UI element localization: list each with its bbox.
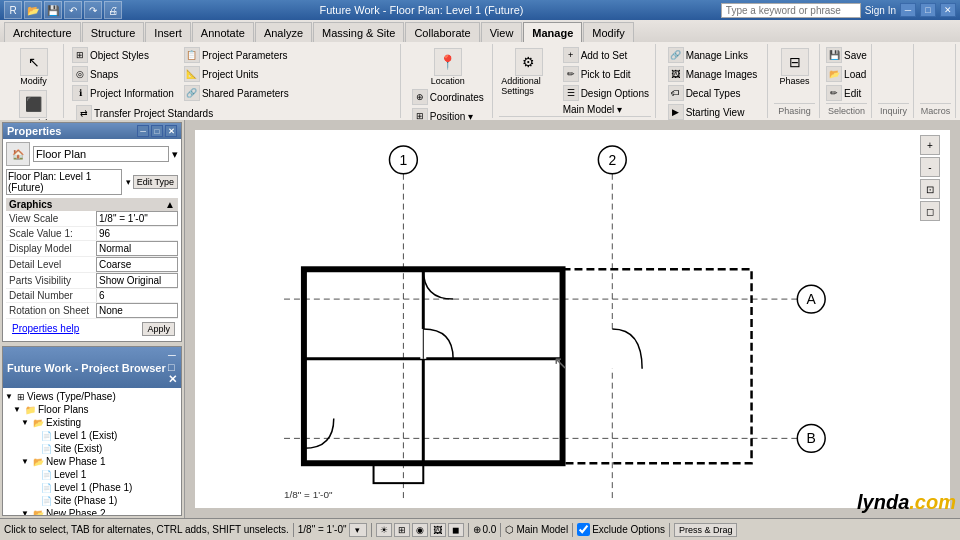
- view-cube-btn[interactable]: ◻: [920, 201, 940, 221]
- tree-item[interactable]: 📄Level 1 (Exist): [5, 429, 179, 442]
- design-options-btn[interactable]: ☰ Design Options: [561, 84, 651, 102]
- detail-level-row: Detail Level Coarse: [6, 257, 178, 273]
- undo-btn[interactable]: ↶: [64, 1, 82, 19]
- ribbon-content: ↖ Modify ⬛ Materials Select ⊞ Object Sty…: [0, 42, 960, 120]
- sun-icon[interactable]: ☀: [376, 523, 392, 537]
- zoom-out-btn[interactable]: -: [920, 157, 940, 177]
- tab-structure[interactable]: Structure: [82, 22, 145, 42]
- view-dropdown[interactable]: Floor Plan: Level 1 (Future): [6, 169, 122, 195]
- tree-item[interactable]: 📄Site (Exist): [5, 442, 179, 455]
- maximize-btn[interactable]: □: [920, 3, 936, 17]
- prop-type-arrow: ▾: [172, 148, 178, 161]
- redo-btn[interactable]: ↷: [84, 1, 102, 19]
- tree-item[interactable]: ▼📂Existing: [5, 416, 179, 429]
- project-units-btn[interactable]: 📐 Project Units: [182, 65, 291, 83]
- scale-dropdown[interactable]: ▾: [349, 523, 367, 537]
- panel-expand-btn[interactable]: □: [151, 125, 163, 137]
- svg-text:2: 2: [608, 152, 616, 168]
- manage-links-btn[interactable]: 🔗 Manage Links: [666, 46, 760, 64]
- location-label: Location: [431, 76, 465, 86]
- minimize-btn[interactable]: ─: [900, 3, 916, 17]
- press-drag-btn[interactable]: Press & Drag: [674, 523, 738, 537]
- edit-selection-btn[interactable]: ✏ Edit: [824, 84, 869, 102]
- project-info-btn[interactable]: ℹ Project Information: [70, 84, 176, 102]
- tab-collaborate[interactable]: Collaborate: [405, 22, 479, 42]
- project-params-btn[interactable]: 📋 Project Parameters: [182, 46, 291, 64]
- tab-view[interactable]: View: [481, 22, 523, 42]
- app-menu-btn[interactable]: R: [4, 1, 22, 19]
- additional-settings-label: Additional Settings: [501, 76, 556, 96]
- tab-massing[interactable]: Massing & Site: [313, 22, 404, 42]
- snaps-btn[interactable]: ◎ Snaps: [70, 65, 176, 83]
- tab-architecture[interactable]: Architecture: [4, 22, 81, 42]
- phases-btn[interactable]: ⊟ Phases: [775, 46, 815, 88]
- panel-close-btn[interactable]: ✕: [165, 125, 177, 137]
- pick-to-edit-label: Pick to Edit: [581, 69, 631, 80]
- location-btn[interactable]: 📍 Location: [428, 46, 468, 88]
- phasing-label: Phasing: [774, 103, 815, 116]
- floor-plan-svg: 1 2 A B: [195, 130, 950, 508]
- save-btn[interactable]: 💾: [44, 1, 62, 19]
- browser-expand-btn[interactable]: □: [168, 361, 177, 373]
- starting-view-btn[interactable]: ▶ Starting View: [666, 103, 760, 121]
- view-scale-value[interactable]: 1/8" = 1'-0": [96, 211, 178, 226]
- panel-minimize-btn[interactable]: ─: [137, 125, 149, 137]
- search-input[interactable]: [721, 3, 861, 18]
- sign-in-btn[interactable]: Sign In: [865, 5, 896, 16]
- ribbon-group-select: ↖ Modify ⬛ Materials Select: [4, 44, 64, 118]
- load-selection-btn[interactable]: 📂 Load: [824, 65, 869, 83]
- status-sep-1: [293, 523, 294, 537]
- display-model-value[interactable]: Normal: [96, 241, 178, 256]
- detail-level-value[interactable]: Coarse: [96, 257, 178, 272]
- zoom-fit-btn[interactable]: ⊡: [920, 179, 940, 199]
- tab-annotate[interactable]: Annotate: [192, 22, 254, 42]
- tree-item[interactable]: ▼📂New Phase 1: [5, 455, 179, 468]
- manage-images-btn[interactable]: 🖼 Manage Images: [666, 65, 760, 83]
- parts-visibility-label: Parts Visibility: [6, 274, 96, 287]
- tree-item[interactable]: 📄Site (Phase 1): [5, 494, 179, 507]
- visual-icon[interactable]: ◼: [448, 523, 464, 537]
- exclude-options-checkbox[interactable]: [577, 523, 590, 536]
- browser-minimize-btn[interactable]: ─: [168, 349, 177, 361]
- detail-icon[interactable]: ⊞: [394, 523, 410, 537]
- add-to-set-btn[interactable]: + Add to Set: [561, 46, 651, 64]
- svg-text:1: 1: [400, 152, 408, 168]
- browser-close-btn[interactable]: ✕: [168, 373, 177, 386]
- decal-types-btn[interactable]: 🏷 Decal Types: [666, 84, 760, 102]
- tab-manage[interactable]: Manage: [523, 22, 582, 42]
- 3d-icon[interactable]: ◉: [412, 523, 428, 537]
- canvas-area[interactable]: 1 2 A B: [185, 120, 960, 518]
- pick-to-edit-btn[interactable]: ✏ Pick to Edit: [561, 65, 651, 83]
- tree-item[interactable]: ▼📁Floor Plans: [5, 403, 179, 416]
- shared-params-btn[interactable]: 🔗 Shared Parameters: [182, 84, 291, 102]
- save-selection-btn[interactable]: 💾 Save: [824, 46, 869, 64]
- project-info-label: Project Information: [90, 88, 174, 99]
- parts-visibility-value[interactable]: Show Original: [96, 273, 178, 288]
- edit-type-btn[interactable]: Edit Type: [133, 175, 178, 189]
- close-btn[interactable]: ✕: [940, 3, 956, 17]
- edit-selection-label: Edit: [844, 88, 861, 99]
- tree-item-icon: 📄: [41, 496, 52, 506]
- prop-type-selector: 🏠 Floor Plan ▾: [6, 142, 178, 166]
- prop-type-dropdown[interactable]: Floor Plan: [33, 146, 169, 162]
- open-btn[interactable]: 📂: [24, 1, 42, 19]
- object-styles-btn[interactable]: ⊞ Object Styles: [70, 46, 176, 64]
- print-btn[interactable]: 🖨: [104, 1, 122, 19]
- tree-item[interactable]: ▼📂New Phase 2: [5, 507, 179, 515]
- tree-item[interactable]: 📄Level 1 (Phase 1): [5, 481, 179, 494]
- graphics-collapse[interactable]: ▲: [165, 199, 175, 210]
- rotation-value[interactable]: None: [96, 303, 178, 318]
- tree-item[interactable]: 📄Level 1: [5, 468, 179, 481]
- tab-modify[interactable]: Modify: [583, 22, 633, 42]
- additional-settings-btn[interactable]: ⚙ Additional Settings: [499, 46, 558, 116]
- zoom-in-btn[interactable]: +: [920, 135, 940, 155]
- tab-insert[interactable]: Insert: [145, 22, 191, 42]
- main-model-dropdown[interactable]: Main Model ▾: [561, 103, 651, 116]
- tab-analyze[interactable]: Analyze: [255, 22, 312, 42]
- modify-btn[interactable]: ↖ Modify: [14, 46, 54, 88]
- coordinates-btn[interactable]: ⊕ Coordinates: [410, 88, 486, 106]
- tree-item[interactable]: ▼⊞Views (Type/Phase): [5, 390, 179, 403]
- properties-help-link[interactable]: Properties help: [9, 321, 82, 336]
- render-icon[interactable]: 🖼: [430, 523, 446, 537]
- apply-btn[interactable]: Apply: [142, 322, 175, 336]
